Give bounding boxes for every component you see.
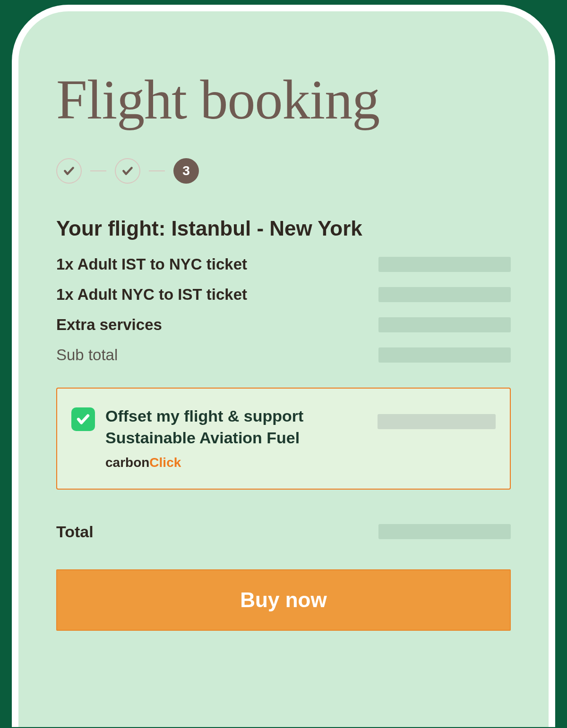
line-item-label: Extra services — [56, 316, 162, 334]
line-item: 1x Adult NYC to IST ticket — [56, 286, 511, 304]
total-label: Total — [56, 523, 94, 541]
offset-description: Offset my flight & support Sustainable A… — [105, 406, 367, 449]
offset-price-placeholder — [378, 414, 496, 429]
price-placeholder — [378, 257, 511, 272]
line-item-label: 1x Adult NYC to IST ticket — [56, 286, 247, 304]
step-2-done — [115, 158, 140, 184]
total-price-placeholder — [378, 524, 511, 539]
price-placeholder — [378, 347, 511, 363]
booking-panel: Flight booking 3 Your flight: Istanbul -… — [12, 5, 555, 727]
price-placeholder — [378, 287, 511, 302]
offset-checkbox[interactable] — [71, 407, 95, 431]
brand-part2: Click — [149, 455, 181, 470]
buy-now-button[interactable]: Buy now — [56, 569, 511, 631]
step-number: 3 — [182, 163, 190, 178]
step-1-done — [56, 158, 82, 184]
line-item: 1x Adult IST to NYC ticket — [56, 255, 511, 273]
progress-stepper: 3 — [56, 158, 511, 184]
line-item-label: 1x Adult IST to NYC ticket — [56, 255, 247, 273]
step-connector — [90, 170, 106, 171]
line-item: Extra services — [56, 316, 511, 334]
carbonclick-logo: carbonClick — [105, 454, 367, 472]
price-placeholder — [378, 317, 511, 332]
total-row: Total — [56, 523, 511, 541]
check-icon — [63, 165, 75, 177]
line-item-label: Sub total — [56, 346, 118, 364]
step-connector — [149, 170, 165, 171]
brand-part1: carbon — [105, 455, 149, 470]
step-3-current: 3 — [173, 158, 199, 184]
page-title: Flight booking — [56, 68, 511, 132]
line-item: Sub total — [56, 346, 511, 364]
offset-option[interactable]: Offset my flight & support Sustainable A… — [56, 388, 511, 490]
flight-route: Your flight: Istanbul - New York — [56, 217, 511, 240]
offset-text-block: Offset my flight & support Sustainable A… — [105, 406, 367, 472]
check-icon — [121, 165, 134, 177]
check-icon — [76, 412, 90, 426]
